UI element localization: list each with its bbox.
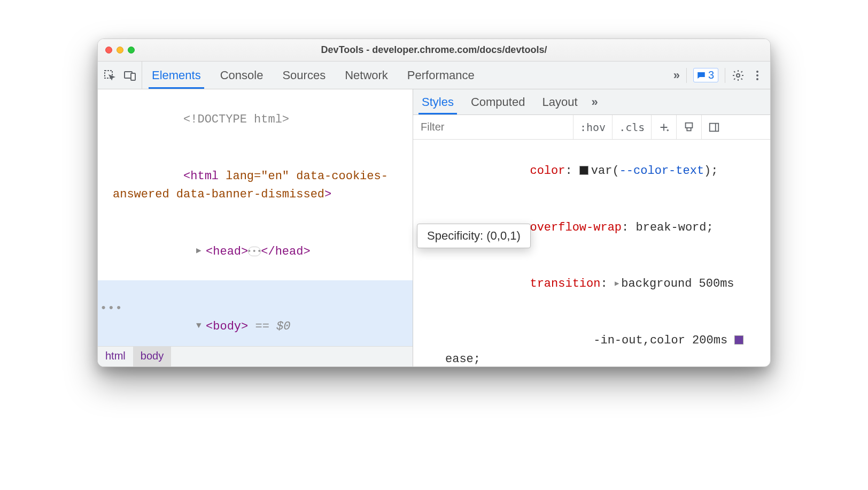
expand-icon[interactable]: ▶ [615, 278, 619, 289]
svg-rect-7 [686, 122, 693, 127]
dom-head[interactable]: ▶<head>•••</head> [98, 224, 413, 280]
toolbar-right: » 3 [667, 62, 770, 89]
svg-rect-2 [131, 73, 135, 80]
breadcrumbs: html body [98, 346, 413, 366]
toolbar-separator [686, 68, 687, 83]
rendering-panel-icon[interactable] [702, 115, 726, 139]
messages-count-value: 3 [708, 69, 714, 81]
bezier-swatch-icon[interactable] [734, 335, 743, 344]
kebab-menu-icon[interactable] [751, 69, 764, 82]
style-rule-body-props[interactable]: color: var(--color-text); overflow-wrap:… [413, 142, 770, 366]
dom-html-open[interactable]: <html lang="en" data-cookies-answered da… [98, 148, 413, 223]
subtab-layout[interactable]: Layout [533, 89, 586, 114]
crumb-html[interactable]: html [98, 347, 133, 366]
tab-sources[interactable]: Sources [273, 62, 335, 89]
crumb-body[interactable]: body [133, 347, 171, 366]
svg-point-5 [756, 74, 758, 76]
message-icon [696, 71, 706, 80]
styles-toolbar: :hov .cls [413, 115, 770, 140]
settings-gear-icon[interactable] [732, 69, 745, 82]
subtab-computed[interactable]: Computed [462, 89, 534, 114]
new-style-rule-icon[interactable] [652, 115, 677, 139]
styles-rules[interactable]: color: var(--color-text); overflow-wrap:… [413, 140, 770, 366]
row-actions-icon[interactable]: ••• [100, 300, 123, 318]
panel-tabs: Elements Console Sources Network Perform… [142, 62, 667, 89]
dom-doctype[interactable]: <!DOCTYPE html> [98, 91, 413, 148]
hov-toggle[interactable]: :hov [574, 115, 613, 139]
tab-network[interactable]: Network [335, 62, 398, 89]
messages-badge[interactable]: 3 [693, 68, 718, 82]
ellipsis-icon[interactable]: ••• [248, 247, 261, 256]
collapse-icon[interactable]: ▼ [196, 319, 206, 333]
main-toolbar: Elements Console Sources Network Perform… [98, 62, 770, 89]
tab-performance[interactable]: Performance [398, 62, 484, 89]
devtools-window: DevTools - developer.chrome.com/docs/dev… [97, 39, 771, 367]
expand-icon[interactable]: ▶ [196, 244, 206, 258]
svg-point-6 [756, 78, 758, 80]
color-swatch-icon[interactable] [579, 166, 588, 175]
dom-tree[interactable]: <!DOCTYPE html> <html lang="en" data-coo… [98, 89, 413, 346]
paint-flash-icon[interactable] [677, 115, 702, 139]
inspect-element-icon[interactable] [103, 69, 116, 82]
titlebar: DevTools - developer.chrome.com/docs/dev… [98, 39, 770, 62]
dom-tree-panel: <!DOCTYPE html> <html lang="en" data-coo… [98, 89, 413, 366]
svg-point-3 [737, 74, 740, 77]
svg-point-4 [756, 71, 758, 73]
device-toggle-icon[interactable] [123, 69, 136, 82]
styles-subtabs: Styles Computed Layout » [413, 89, 770, 115]
toolbar-separator-2 [725, 68, 725, 83]
specificity-tooltip: Specificity: (0,0,1) [417, 224, 531, 248]
more-subtabs-icon[interactable]: » [586, 89, 603, 114]
tab-console[interactable]: Console [211, 62, 273, 89]
tab-elements[interactable]: Elements [142, 62, 211, 89]
window-title: DevTools - developer.chrome.com/docs/dev… [98, 44, 770, 56]
cls-toggle[interactable]: .cls [613, 115, 652, 139]
styles-filter-input[interactable] [413, 115, 574, 139]
more-tabs-icon[interactable]: » [673, 68, 680, 82]
subtab-styles[interactable]: Styles [413, 89, 462, 114]
dom-body-selected[interactable]: ••• ▼<body> == $0 [98, 280, 413, 346]
svg-rect-8 [710, 123, 719, 131]
toolbar-left [98, 62, 142, 89]
